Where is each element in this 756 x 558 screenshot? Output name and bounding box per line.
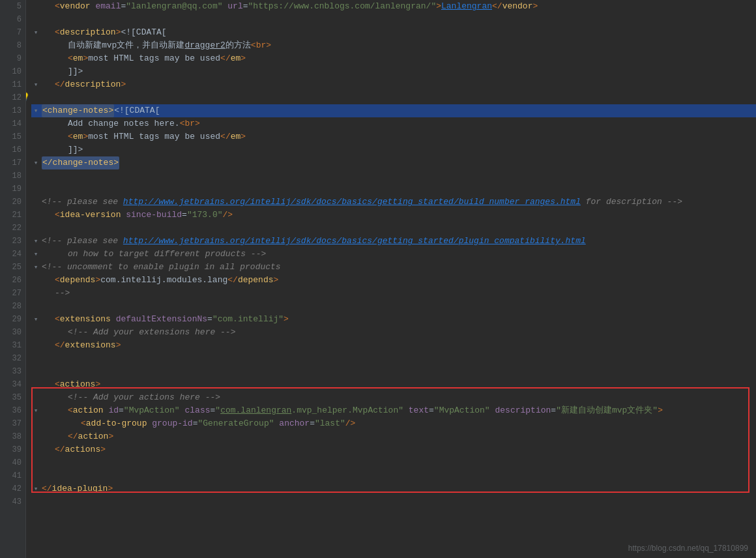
line-num-36: 36 [0, 404, 25, 417]
code-line-20: <!-- please see http://www.jetbrains.org… [31, 196, 756, 209]
fold-icon-7[interactable]: ▾ [31, 28, 40, 37]
code-line-27: --> [31, 287, 756, 300]
code-line-8: 自动新建mvp文件，并自动新建dragger2的方法 <br> [31, 39, 756, 52]
code-line-13: ▾ <change-notes> <![CDATA[ [31, 104, 756, 117]
line-num-38: 38 [0, 430, 25, 443]
code-line-19 [31, 183, 756, 196]
code-line-28 [31, 300, 756, 313]
change-notes-close-tag: </change-notes> [42, 156, 119, 169]
line-num-5: 5 [0, 0, 25, 13]
line-num-24: 24 [0, 248, 25, 261]
line-num-10: 10 [0, 65, 25, 78]
line-num-8: 8 [0, 39, 25, 52]
code-line-6 [31, 13, 756, 26]
code-line-41 [31, 469, 756, 482]
code-line-31: </extensions> [31, 339, 756, 352]
code-line-38: </action> [31, 430, 756, 443]
code-line-7: ▾ <description> <![CDATA[ [31, 26, 756, 39]
fold-icon-25[interactable]: ▾ [31, 263, 40, 272]
line-num-17: 17 [0, 156, 25, 169]
line-numbers: 5 6 7 8 9 10 11 12 13 14 15 16 17 18 19 … [0, 0, 26, 558]
line-num-32: 32 [0, 352, 25, 365]
line-num-39: 39 [0, 443, 25, 456]
line-num-18: 18 [0, 169, 25, 183]
code-line-24: ▾ on how to target different products --… [31, 248, 756, 261]
code-line-30: <!-- Add your extensions here --> [31, 326, 756, 339]
line-num-23: 23 [0, 235, 25, 248]
code-line-16: ]]> [31, 143, 756, 156]
line-num-16: 16 [0, 143, 25, 156]
code-line-40 [31, 456, 756, 469]
fold-icon-23[interactable]: ▾ [31, 237, 40, 246]
code-line-36: ▾ <action id="MvpAction" class="com.lanl… [31, 404, 756, 417]
watermark: https://blog.csdn.net/qq_17810899 [628, 544, 748, 553]
fold-icon-42[interactable]: ▾ [31, 484, 40, 493]
line-num-42: 42 [0, 482, 25, 495]
line-num-19: 19 [0, 183, 25, 196]
fold-icon-29[interactable]: ▾ [31, 315, 40, 324]
code-line-39: </actions> [31, 443, 756, 456]
code-line-9: <em> most HTML tags may be used </em> [31, 52, 756, 65]
line-num-12: 12 [0, 91, 25, 104]
line-num-20: 20 [0, 196, 25, 209]
line-num-22: 22 [0, 222, 25, 235]
line-num-14: 14 [0, 117, 25, 130]
code-line-23: ▾ <!-- please see http://www.jetbrains.o… [31, 235, 756, 248]
code-line-34: <actions> [31, 378, 756, 391]
editor-container: 5 6 7 8 9 10 11 12 13 14 15 16 17 18 19 … [0, 0, 756, 558]
line-num-9: 9 [0, 52, 25, 65]
line-num-21: 21 [0, 209, 25, 222]
fold-icon-17[interactable]: ▾ [31, 158, 40, 168]
line-num-29: 29 [0, 313, 25, 326]
line-num-40: 40 [0, 456, 25, 469]
code-line-35: <!-- Add your actions here --> [31, 391, 756, 404]
tag-vendor: vendor [60, 0, 91, 13]
code-line-37: <add-to-group group-id="GenerateGroup" a… [31, 417, 756, 430]
line-num-43: 43 [0, 495, 25, 508]
bracket-open-5: < [55, 0, 60, 13]
line-num-33: 33 [0, 365, 25, 378]
line-num-41: 41 [0, 469, 25, 482]
code-line-11: ▾ </description> [31, 78, 756, 91]
code-line-29: ▾ <extensions defaultExtensionNs="com.in… [31, 313, 756, 326]
line-num-25: 25 [0, 261, 25, 274]
fold-icon-24[interactable]: ▾ [31, 250, 40, 259]
code-line-21: <idea-version since-build="173.0" /> [31, 209, 756, 222]
bulb-icon: 💡 [26, 91, 30, 104]
code-line-17: ▾ </change-notes> [31, 156, 756, 169]
line-num-37: 37 [0, 417, 25, 430]
change-notes-open-tag: <change-notes> [42, 104, 114, 117]
code-area: <vendor email="lanlengran@qq.com" url="h… [26, 0, 756, 558]
code-line-22 [31, 222, 756, 235]
line-num-26: 26 [0, 274, 25, 287]
line-num-34: 34 [0, 378, 25, 391]
code-line-12: 💡 [31, 91, 756, 104]
line-num-13: 13 [0, 104, 25, 117]
line-num-31: 31 [0, 339, 25, 352]
fold-icon-11[interactable]: ▾ [31, 80, 40, 89]
line-num-15: 15 [0, 130, 25, 143]
code-line-33 [31, 365, 756, 378]
code-line-32 [31, 352, 756, 365]
line-num-35: 35 [0, 391, 25, 404]
code-line-18 [31, 169, 756, 183]
code-line-14: Add change notes here. <br> [31, 117, 756, 130]
fold-icon-13[interactable]: ▾ [31, 106, 40, 115]
code-line-42: ▾ </idea-plugin> [31, 482, 756, 495]
line-num-11: 11 [0, 78, 25, 91]
line-num-30: 30 [0, 326, 25, 339]
line-num-7: 7 [0, 26, 25, 39]
line-num-27: 27 [0, 287, 25, 300]
code-line-25: ▾ <!-- uncomment to enable plugin in all… [31, 261, 756, 274]
code-line-5: <vendor email="lanlengran@qq.com" url="h… [31, 0, 756, 13]
code-line-26: <depends> com.intellij.modules.lang </de… [31, 274, 756, 287]
line-num-6: 6 [0, 13, 25, 26]
code-line-15: <em> most HTML tags may be used </em> [31, 130, 756, 143]
code-line-10: ]]> [31, 65, 756, 78]
fold-icon-36[interactable]: ▾ [31, 406, 40, 415]
line-num-28: 28 [0, 300, 25, 313]
